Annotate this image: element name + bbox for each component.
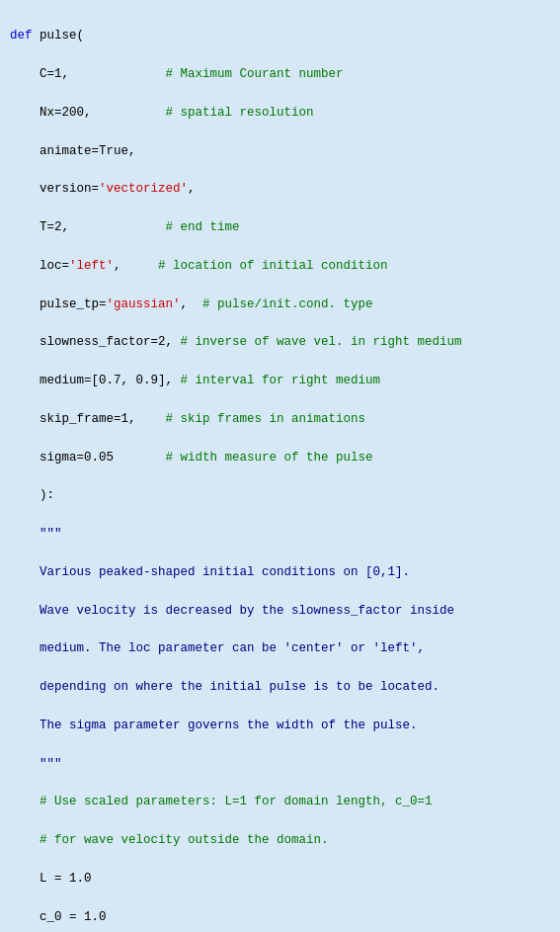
code-line: pulse_tp='gaussian', # pulse/init.cond. … xyxy=(10,296,550,314)
code-line: animate=True, xyxy=(10,142,550,161)
code-line: skip_frame=1, # skip frames in animation… xyxy=(10,410,550,429)
code-line: ): xyxy=(10,486,550,505)
code-line: The sigma parameter governs the width of… xyxy=(10,717,550,735)
code-line: Nx=200, # spatial resolution xyxy=(10,104,550,123)
code-line: """ xyxy=(10,525,550,544)
code-line: """ xyxy=(10,755,550,774)
code-line: def pulse( xyxy=(10,27,550,45)
code-line: depending on where the initial pulse is … xyxy=(10,678,550,697)
code-line: slowness_factor=2, # inverse of wave vel… xyxy=(10,333,550,352)
code-line: # Use scaled parameters: L=1 for domain … xyxy=(10,793,550,811)
code-line: medium=[0.7, 0.9], # interval for right … xyxy=(10,372,550,390)
code-line: Wave velocity is decreased by the slowne… xyxy=(10,602,550,621)
code-editor: def pulse( C=1, # Maximum Courant number… xyxy=(0,0,560,932)
code-line: sigma=0.05 # width measure of the pulse xyxy=(10,449,550,467)
code-line: # for wave velocity outside the domain. xyxy=(10,831,550,850)
code-line: T=2, # end time xyxy=(10,218,550,237)
code-line: version='vectorized', xyxy=(10,180,550,199)
code-line: loc='left', # location of initial condit… xyxy=(10,257,550,276)
code-line: Various peaked-shaped initial conditions… xyxy=(10,563,550,582)
code-line: medium. The loc parameter can be 'center… xyxy=(10,639,550,658)
code-line: c_0 = 1.0 xyxy=(10,908,550,927)
code-line: L = 1.0 xyxy=(10,870,550,889)
code-line: C=1, # Maximum Courant number xyxy=(10,65,550,84)
